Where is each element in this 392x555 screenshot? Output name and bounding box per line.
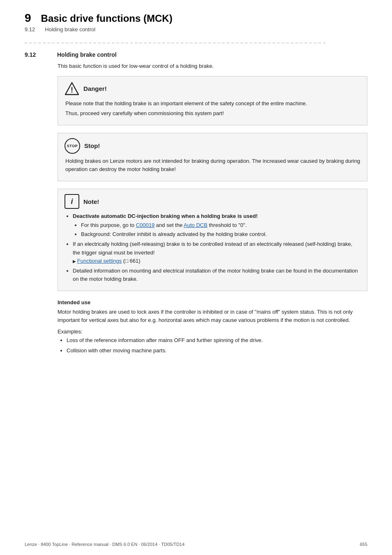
example-item-1: Loss of the reference information after …	[67, 336, 367, 345]
section-heading: 9.12 Holding brake control	[25, 51, 367, 58]
stop-body: Holding brakes on Lenze motors are not i…	[65, 157, 360, 173]
danger-line-2: Thus, proceed very carefully when commis…	[65, 109, 360, 118]
danger-icon: !	[65, 81, 79, 96]
page-content: 9 Basic drive functions (MCK) 9.12 Holdi…	[0, 0, 392, 373]
note-subitem-1-2: Background: Controller inhibit is alread…	[81, 230, 360, 238]
functional-settings-link[interactable]: Functional settings	[77, 258, 122, 264]
note-header: i Note!	[65, 194, 360, 209]
stop-text: Holding brakes on Lenze motors are not i…	[65, 157, 360, 173]
danger-line-1: Please note that the holding brake is an…	[65, 99, 360, 108]
note-item-3: Detailed information on mounting and ele…	[73, 267, 360, 283]
chapter-title: Basic drive functions (MCK)	[41, 13, 173, 24]
danger-title: Danger!	[83, 85, 107, 92]
footer-left: Lenze · 8400 TopLine · Reference manual …	[25, 542, 184, 547]
intended-use-heading: Intended use	[58, 299, 367, 305]
note-body: Deactivate automatic DC-injection brakin…	[65, 212, 360, 283]
note-subitem-1-1: For this purpose, go to C00019 and set t…	[81, 221, 360, 229]
note-list: Deactivate automatic DC-injection brakin…	[65, 212, 360, 283]
page-header: 9 Basic drive functions (MCK) 9.12 Holdi…	[25, 12, 367, 32]
examples-list: Loss of the reference information after …	[58, 336, 367, 354]
stop-header: STOP Stop!	[65, 138, 360, 154]
note-item-2: If an electrically holding (self-releasi…	[73, 240, 360, 265]
footer-right: 655	[360, 542, 367, 547]
stop-title: Stop!	[84, 142, 100, 149]
note-icon: i	[65, 194, 79, 209]
note-sublist-1: For this purpose, go to C00019 and set t…	[73, 221, 360, 238]
note-item-1: Deactivate automatic DC-injection brakin…	[73, 212, 360, 238]
danger-body: Please note that the holding brake is an…	[65, 99, 360, 118]
danger-header: ! Danger!	[65, 81, 360, 96]
stop-box: STOP Stop! Holding brakes on Lenze motor…	[58, 133, 367, 181]
chapter-number: 9	[25, 12, 31, 25]
stop-icon: STOP	[65, 138, 80, 154]
note-item-1-text: Deactivate automatic DC-injection brakin…	[73, 213, 258, 219]
header-section-number: 9.12	[25, 26, 35, 32]
example-item-2: Collision with other moving machine part…	[67, 347, 367, 355]
section-body: This basic function is used for low-wear…	[58, 62, 367, 355]
intended-use-section: Intended use Motor holding brakes are us…	[58, 299, 367, 355]
svg-text:!: !	[71, 86, 73, 94]
examples-label: Examples:	[58, 328, 367, 335]
page-footer: Lenze · 8400 TopLine · Reference manual …	[0, 542, 392, 547]
danger-box: ! Danger! Please note that the holding b…	[58, 76, 367, 125]
section-title-bold: Holding brake control	[57, 51, 117, 58]
note-title: Note!	[83, 198, 99, 205]
intended-use-body: Motor holding brakes are used to lock ax…	[58, 308, 367, 324]
link-autodcb[interactable]: Auto DCB	[184, 222, 208, 228]
intro-text: This basic function is used for low-wear…	[58, 62, 367, 70]
note-box: i Note! Deactivate automatic DC-injectio…	[58, 189, 367, 291]
link-c00019[interactable]: C00019	[136, 222, 155, 228]
functional-settings-link-wrapper: Functional settings (□ 661)	[73, 258, 141, 264]
header-section-title: Holding brake control	[45, 26, 95, 32]
divider-dashes: _ _ _ _ _ _ _ _ _ _ _ _ _ _ _ _ _ _ _ _ …	[25, 38, 367, 43]
section-number-bold: 9.12	[25, 51, 47, 58]
